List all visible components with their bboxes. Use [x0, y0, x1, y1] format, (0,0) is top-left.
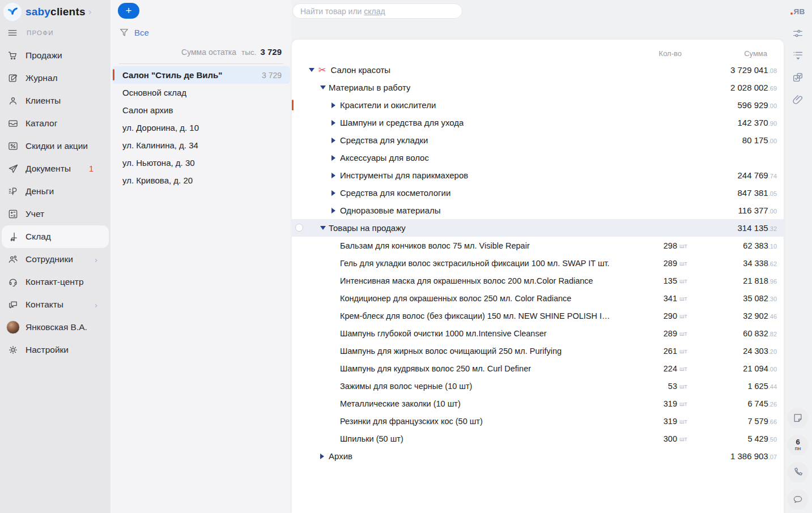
expand-arrow-icon[interactable] — [331, 138, 335, 143]
expand-arrow-icon[interactable] — [331, 173, 335, 178]
warehouse-item[interactable]: ул. Кривова, д. 20 — [110, 172, 292, 189]
filter-control[interactable]: Все — [119, 27, 292, 37]
calendar-weekday: пн — [795, 446, 801, 451]
product-row[interactable]: Крем-блеск для волос (без фиксации) 150 … — [292, 307, 784, 324]
sidebar-item-journal[interactable]: Журнал — [0, 67, 110, 89]
expand-arrow-icon[interactable] — [331, 190, 335, 196]
category-row[interactable]: Средства для косметологии847 381.05 — [292, 184, 784, 202]
collapse-arrow-icon[interactable] — [320, 226, 326, 230]
sidebar-item-accounting[interactable]: Учет — [0, 203, 110, 225]
sidebar-item-label: Продажи — [25, 50, 62, 61]
profile-switcher[interactable]: ПРОФИ — [0, 23, 110, 43]
row-label: Шампуни и средства для ухода — [340, 118, 464, 127]
menu-icon[interactable] — [7, 27, 18, 39]
row-label: Зажимы для волос черные (10 шт) — [340, 382, 472, 391]
product-row[interactable]: Гель для укладки волос экстрасильной фик… — [292, 254, 784, 272]
product-row[interactable]: Зажимы для волос черные (10 шт)53шт1 625… — [292, 377, 784, 395]
row-label: Крем-блеск для волос (без фиксации) 150 … — [340, 311, 615, 320]
saby-bird-icon — [3, 3, 22, 21]
product-row[interactable]: Шампунь глубокой очистки 1000 мл.Intensi… — [292, 324, 784, 342]
expand-arrow-icon[interactable] — [331, 155, 335, 161]
category-row[interactable]: Товары на продажу314 135.32 — [292, 219, 784, 237]
row-label: Одноразовые материалы — [340, 206, 441, 215]
column-header-qty[interactable]: Кол-во — [615, 49, 682, 58]
category-row[interactable]: ✂Салон красоты3 729 041.08 — [292, 61, 784, 79]
collapse-arrow-icon[interactable] — [309, 68, 314, 72]
product-row[interactable]: Шампунь для жирных волос очищающий 250 м… — [292, 342, 784, 360]
sidebar-item-contact-center[interactable]: Контакт-центр — [0, 271, 110, 293]
phone-button[interactable] — [788, 462, 808, 482]
product-row[interactable]: Металлические заколки (10 шт)319шт6 745.… — [292, 395, 784, 412]
sidebar-item-documents[interactable]: Документы1 — [0, 157, 110, 180]
category-row[interactable]: Материалы в работу2 028 002.69 — [292, 79, 784, 96]
qty-unit: шт — [677, 330, 692, 337]
sidebar-item-contacts[interactable]: Контакты› — [0, 293, 110, 316]
collapse-arrow-icon[interactable] — [320, 86, 326, 89]
qty-unit: шт — [677, 365, 692, 372]
warehouse-item[interactable]: ул. Калинина, д. 34 — [110, 136, 292, 154]
product-row[interactable]: Шампунь для кудрявых волос 250 мл. Curl … — [292, 360, 784, 377]
sum-value: 5 429.50 — [692, 434, 777, 443]
sum-value: 847 381.05 — [692, 188, 777, 198]
warehouse-item[interactable]: ул. Ньютона, д. 30 — [110, 154, 292, 172]
warehouse-item[interactable]: Салон "Стиль де Виль"3 729 — [112, 66, 290, 84]
category-row[interactable]: Одноразовые материалы116 377.00 — [292, 202, 784, 219]
row-checkbox[interactable] — [295, 224, 303, 232]
expand-arrow-icon[interactable] — [320, 454, 324, 459]
row-label: Шампунь для жирных волос очищающий 250 м… — [340, 347, 562, 356]
search-scope-link[interactable]: склад — [364, 7, 385, 16]
tray-icon — [6, 118, 20, 129]
sum-value: 62 383.10 — [692, 241, 777, 250]
sidebar-item-sales[interactable]: Продажи — [0, 44, 110, 67]
note-button[interactable] — [788, 408, 808, 428]
sidebar-item-catalog[interactable]: Каталог — [0, 112, 110, 135]
warehouse-panel: + Все Сумма остатка тыс. 3 729 Салон "Ст… — [110, 0, 292, 513]
attach-link-icon[interactable] — [790, 93, 805, 106]
category-row[interactable]: Шампуни и средства для ухода142 370.90 — [292, 114, 784, 131]
expand-arrow-icon[interactable] — [331, 208, 335, 213]
sidebar-item-user[interactable]: Янковская В.А. — [0, 316, 110, 339]
category-row[interactable]: Красители и окислители596 929.00 — [292, 96, 784, 114]
warehouse-item[interactable]: Основной склад — [110, 84, 292, 101]
category-row[interactable]: Инструменты для парикмахеров244 769.74 — [292, 166, 784, 184]
sidebar-item-clients[interactable]: Клиенты — [0, 89, 110, 112]
qty-unit: шт — [677, 277, 692, 284]
product-row[interactable]: Кондиционер для окрашенных волос 250 мл.… — [292, 289, 784, 307]
column-header-sum[interactable]: Сумма — [682, 49, 777, 58]
sum-value: 32 902.46 — [692, 311, 777, 320]
category-row[interactable]: Архив1 386 903.07 — [292, 447, 784, 465]
row-label: Салон красоты — [330, 65, 390, 75]
warehouse-item[interactable]: ул. Доронина, д. 10 — [110, 119, 292, 136]
sorted-list-icon[interactable] — [790, 49, 805, 62]
category-row[interactable]: Аксессуары для волос — [292, 149, 784, 166]
product-row[interactable]: Интенсивная маска для окрашенных волос 2… — [292, 272, 784, 289]
sidebar-item-settings[interactable]: Настройки — [0, 339, 110, 361]
multi-select-icon[interactable] — [790, 71, 805, 84]
category-row[interactable]: Средства для укладки80 175.00 — [292, 131, 784, 149]
sidebar-item-money[interactable]: Деньги — [0, 180, 110, 203]
qty-unit: шт — [677, 400, 692, 407]
product-row[interactable]: Шпильки (50 шт)300шт5 429.50 — [292, 430, 784, 447]
sum-value: 21 094.00 — [692, 364, 777, 373]
table-header: Кол-во Сумма — [292, 45, 784, 61]
product-row[interactable]: Бальзам для кончиков волос 75 мл. Visibl… — [292, 237, 784, 254]
bubbles-icon — [6, 299, 20, 310]
app-logo[interactable]: sabyclients › — [0, 1, 110, 23]
sidebar-item-employees[interactable]: Сотрудники› — [0, 248, 110, 271]
expand-arrow-icon[interactable] — [331, 120, 335, 126]
expand-arrow-icon[interactable] — [331, 102, 335, 108]
chat-button[interactable] — [788, 489, 808, 510]
sidebar-item-warehouse[interactable]: Склад — [2, 225, 109, 248]
qty-value: 135 — [615, 276, 677, 285]
calendar-button[interactable]: 6пн — [788, 435, 808, 455]
qty-value: 289 — [615, 329, 677, 338]
sliders-icon[interactable] — [790, 27, 805, 40]
sidebar-item-discounts[interactable]: Скидки и акции — [0, 135, 110, 157]
row-label: Аксессуары для волос — [340, 153, 429, 163]
product-row[interactable]: Резинки для французских кос (50 шт)319шт… — [292, 412, 784, 430]
warehouse-item[interactable]: Салон архив — [110, 101, 292, 119]
keyboard-layout-indicator-icon[interactable]: ЯВ — [790, 5, 805, 18]
qty-value: 290 — [615, 311, 677, 320]
add-button[interactable]: + — [118, 3, 139, 19]
search-input[interactable]: Найти товар или склад — [292, 3, 462, 19]
